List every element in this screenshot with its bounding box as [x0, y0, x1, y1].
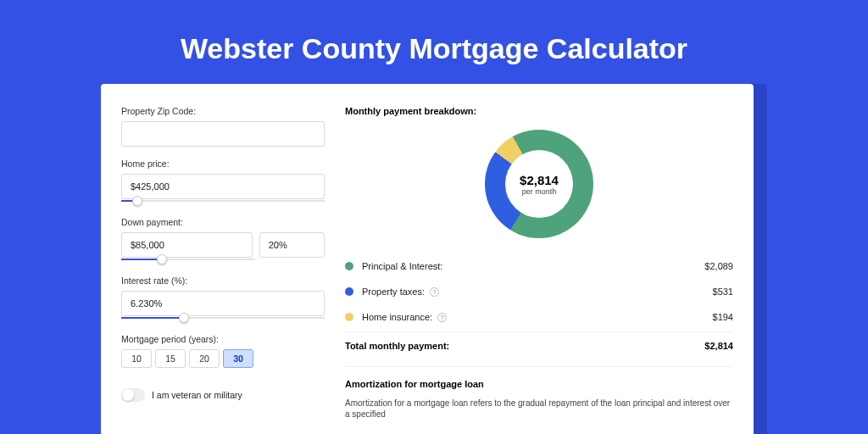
veteran-row: I am veteran or military	[121, 388, 325, 402]
interest-input[interactable]	[121, 291, 325, 316]
interest-field: Interest rate (%):	[121, 275, 325, 322]
legend-value: $2,089	[704, 261, 733, 271]
veteran-label: I am veteran or military	[152, 390, 242, 400]
legend-value: $194	[713, 312, 733, 322]
card-shadow: Property Zip Code: Home price: Down paym…	[101, 84, 767, 434]
legend-label: Principal & Interest:	[362, 261, 442, 271]
donut-center: $2,814 per month	[505, 150, 573, 218]
legend-label: Home insurance:	[362, 312, 432, 322]
home-price-field: Home price:	[121, 159, 325, 205]
legend-label: Property taxes:	[362, 287, 425, 297]
interest-label: Interest rate (%):	[121, 275, 325, 286]
dot-icon	[345, 313, 353, 321]
page-title: Webster County Mortgage Calculator	[0, 0, 868, 84]
slider-thumb-icon[interactable]	[179, 313, 189, 323]
dot-icon	[345, 262, 353, 270]
dot-icon	[345, 287, 353, 296]
donut-sub: per month	[522, 187, 557, 196]
down-payment-field: Down payment:	[121, 217, 325, 264]
legend-insurance: Home insurance: ? $194	[345, 304, 733, 330]
home-price-slider[interactable]	[121, 197, 325, 205]
legend-principal: Principal & Interest: $2,089	[345, 253, 733, 279]
period-btn-10[interactable]: 10	[121, 349, 152, 368]
breakdown-title: Monthly payment breakdown:	[345, 106, 733, 116]
total-label: Total monthly payment:	[345, 341, 449, 351]
legend-taxes: Property taxes: ? $531	[345, 279, 733, 304]
interest-slider[interactable]	[121, 314, 325, 322]
donut-amount: $2,814	[520, 173, 559, 187]
legend-value: $531	[713, 287, 733, 297]
info-icon[interactable]: ?	[430, 287, 439, 297]
amort-text: Amortization for a mortgage loan refers …	[345, 398, 733, 420]
down-payment-pct-input[interactable]	[259, 232, 325, 258]
veteran-toggle[interactable]	[121, 388, 145, 402]
slider-thumb-icon[interactable]	[157, 254, 167, 264]
period-btn-30[interactable]: 30	[223, 349, 253, 368]
donut-chart-box: $2,814 per month	[345, 130, 733, 238]
down-payment-slider[interactable]	[121, 255, 255, 264]
period-btn-15[interactable]: 15	[155, 349, 186, 368]
amortization-section: Amortization for mortgage loan Amortizat…	[345, 366, 733, 420]
left-form: Property Zip Code: Home price: Down paym…	[121, 106, 325, 420]
calculator-card: Property Zip Code: Home price: Down paym…	[101, 84, 754, 434]
total-value: $2,814	[704, 341, 733, 351]
period-label: Mortgage period (years):	[121, 334, 325, 344]
zip-label: Property Zip Code:	[121, 106, 325, 116]
info-icon[interactable]: ?	[437, 313, 447, 322]
total-row: Total monthly payment: $2,814	[345, 331, 733, 351]
period-field: Mortgage period (years): 10 15 20 30	[121, 334, 325, 368]
zip-input[interactable]	[121, 121, 325, 147]
donut-chart: $2,814 per month	[485, 130, 593, 238]
right-panel: Monthly payment breakdown: $2,814 per mo…	[345, 106, 733, 420]
period-buttons: 10 15 20 30	[121, 349, 325, 368]
home-price-label: Home price:	[121, 159, 325, 169]
slider-thumb-icon[interactable]	[132, 196, 142, 206]
home-price-input[interactable]	[121, 174, 325, 199]
amort-title: Amortization for mortgage loan	[345, 379, 733, 389]
period-btn-20[interactable]: 20	[189, 349, 220, 368]
down-payment-input[interactable]	[121, 232, 253, 258]
zip-field: Property Zip Code:	[121, 106, 325, 147]
down-payment-label: Down payment:	[121, 217, 325, 227]
